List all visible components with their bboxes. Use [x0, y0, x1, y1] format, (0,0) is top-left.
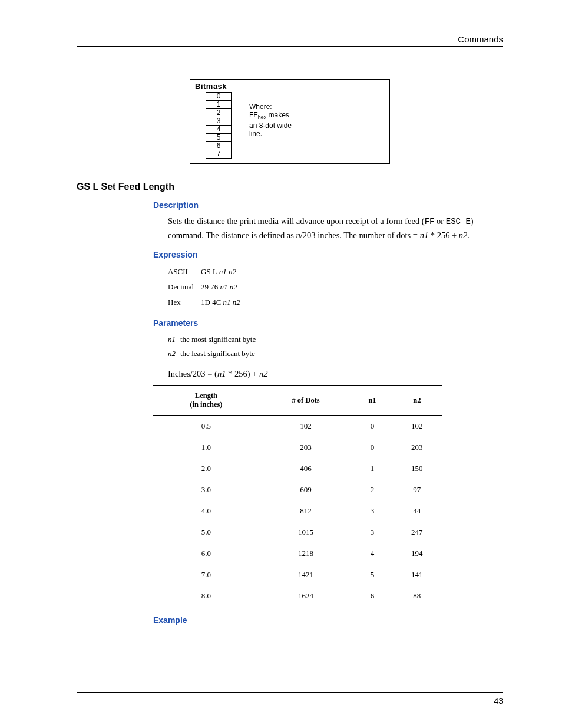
bitmask-figure: Bitmask 0 1 2 3 4 5 6 7 Where: FFhex mak…: [190, 79, 390, 164]
table-cell: 141: [392, 564, 442, 585]
table-row: 7.014215141: [153, 564, 442, 585]
table-cell: 406: [259, 458, 352, 479]
table-cell: 1: [352, 458, 392, 479]
table-cell: 1624: [259, 585, 352, 607]
table-cell: 203: [392, 437, 442, 458]
table-cell: 5: [352, 564, 392, 585]
description-heading: Description: [153, 200, 503, 210]
table-cell: 247: [392, 522, 442, 543]
table-cell: 150: [392, 458, 442, 479]
expr-ascii-label: ASCII: [168, 264, 201, 279]
table-cell: 4: [352, 543, 392, 564]
expr-hex-value: 1D 4C n1 n2: [201, 295, 247, 310]
table-cell: 812: [259, 500, 352, 522]
example-heading: Example: [153, 615, 503, 625]
bitmask-cell: 2: [206, 109, 232, 117]
table-cell: 88: [392, 585, 442, 607]
expr-ascii-value: GS L n1 n2: [201, 264, 247, 279]
parameters-heading: Parameters: [153, 318, 503, 328]
bitmask-title: Bitmask: [195, 82, 385, 91]
expr-decimal-label: Decimal: [168, 279, 201, 295]
table-cell: 194: [392, 543, 442, 564]
page: Commands Bitmask 0 1 2 3 4 5 6 7 Where: …: [0, 0, 562, 728]
table-cell: 4.0: [153, 500, 259, 522]
param-n1-term: n1: [168, 332, 180, 347]
table-row: 1.02030203: [153, 437, 442, 458]
bitmask-table: 0 1 2 3 4 5 6 7: [206, 92, 232, 159]
table-cell: 609: [259, 479, 352, 500]
length-table: Length (in inches) # of Dots n1 n2 0.510…: [153, 385, 442, 607]
col-length: Length (in inches): [153, 386, 259, 416]
table-cell: 203: [259, 437, 352, 458]
bitmask-note: Where: FFhex makes an 8-dot wide line.: [249, 103, 292, 138]
table-cell: 1.0: [153, 437, 259, 458]
bitmask-cell: 1: [206, 101, 232, 109]
table-cell: 1218: [259, 543, 352, 564]
expression-table: ASCII GS L n1 n2 Decimal 29 76 n1 n2 Hex…: [168, 264, 247, 310]
table-cell: 6.0: [153, 543, 259, 564]
table-cell: 6: [352, 585, 392, 607]
param-n2-def: the least significant byte: [180, 347, 260, 361]
table-cell: 0: [352, 416, 392, 437]
table-row: 0.51020102: [153, 416, 442, 437]
expression-heading: Expression: [153, 250, 503, 259]
col-n1: n1: [352, 386, 392, 416]
table-row: 6.012184194: [153, 543, 442, 564]
command-title: GS L Set Feed Length: [77, 182, 503, 192]
parameters-table: n1 the most significant byte n2 the leas…: [168, 332, 260, 361]
expr-hex-label: Hex: [168, 295, 201, 310]
table-cell: 5.0: [153, 522, 259, 543]
table-cell: 7.0: [153, 564, 259, 585]
table-cell: 0: [352, 437, 392, 458]
table-cell: 8.0: [153, 585, 259, 607]
table-cell: 1421: [259, 564, 352, 585]
table-row: 3.0609297: [153, 479, 442, 500]
table-cell: 97: [392, 479, 442, 500]
table-row: 2.04061150: [153, 458, 442, 479]
table-row: 8.01624688: [153, 585, 442, 607]
col-dots: # of Dots: [259, 386, 352, 416]
table-cell: 1015: [259, 522, 352, 543]
table-cell: 3: [352, 522, 392, 543]
table-cell: 102: [392, 416, 442, 437]
header-section-label: Commands: [458, 34, 503, 44]
param-n1-def: the most significant byte: [180, 332, 260, 347]
bitmask-cell: 3: [206, 117, 232, 126]
page-number: 43: [494, 696, 503, 706]
bitmask-cell: 5: [206, 134, 232, 142]
bitmask-cell: 4: [206, 126, 232, 134]
footer-rule: [77, 692, 503, 693]
table-row: 4.0812344: [153, 500, 442, 522]
expr-decimal-value: 29 76 n1 n2: [201, 279, 247, 295]
table-cell: 102: [259, 416, 352, 437]
table-cell: 3.0: [153, 479, 259, 500]
header-rule: Commands: [77, 46, 503, 47]
content: Bitmask 0 1 2 3 4 5 6 7 Where: FFhex mak…: [77, 79, 503, 625]
col-n2: n2: [392, 386, 442, 416]
table-cell: 0.5: [153, 416, 259, 437]
description-text: Sets the distance the print media will a…: [168, 215, 503, 242]
table-cell: 3: [352, 500, 392, 522]
bitmask-cell: 7: [206, 150, 232, 159]
table-cell: 2: [352, 479, 392, 500]
table-cell: 44: [392, 500, 442, 522]
param-n2-term: n2: [168, 347, 180, 361]
table-cell: 2.0: [153, 458, 259, 479]
bitmask-cell: 0: [206, 93, 232, 101]
formula-text: Inches/203 = (n1 * 256) + n2: [168, 369, 503, 379]
bitmask-cell: 6: [206, 142, 232, 150]
table-row: 5.010153247: [153, 522, 442, 543]
